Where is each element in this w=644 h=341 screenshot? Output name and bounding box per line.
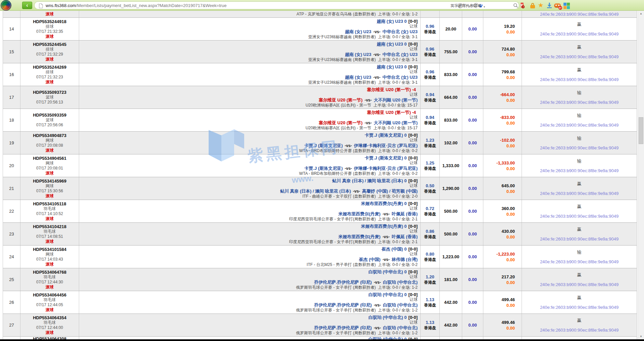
pick-score: [0-0] [409, 201, 418, 206]
result-cell: -664.00 0.00 [483, 86, 522, 109]
table-row: 14 HDP5535244918 排球 07/17 21:32:35 滚球 越南… [3, 18, 637, 41]
odds-cell: 0.96 香港盘 [421, 41, 440, 63]
result-cell: 645.00 0.00 [483, 177, 522, 200]
row-number: 15 [3, 41, 20, 63]
worldcup-ball-logo-icon [1, 0, 11, 11]
bet-type-label: 让球 [410, 92, 418, 97]
vertical-scrollbar[interactable]: ▲ ▼ [638, 11, 644, 339]
bet-type-label: 让球 [410, 320, 418, 325]
result-secondary-value: 0.00 [506, 302, 515, 308]
bet-type-label: 让球 [410, 206, 418, 211]
away-team: 白驭珀 (中华台北) [383, 280, 418, 285]
result-cell [483, 11, 522, 17]
result-cell: 19.20 0.00 [483, 18, 522, 40]
bet-amount: 664.00 [440, 86, 462, 109]
home-team: 越南 (女) U23 [345, 52, 371, 57]
result-cell: 499.46 0.00 [483, 291, 522, 314]
bet-id: HDP5534105118 [33, 201, 66, 206]
bet-id: HDP5534145969 [33, 179, 66, 184]
pick-score: [0-0] [409, 247, 418, 252]
lock-icon[interactable] [529, 2, 536, 9]
scroll-down-arrow-icon[interactable]: ▼ [638, 334, 644, 339]
back-button[interactable]: ‹ [22, 2, 32, 9]
bet-id: HDP5534904873 [33, 133, 66, 138]
row-number: 24 [3, 246, 20, 268]
bet-time: 07/17 14:10:52 [36, 211, 63, 216]
valid-amount-cell: 0.00 [462, 154, 483, 177]
favorites-star-icon[interactable]: ★ [537, 2, 544, 9]
valid-amount-cell: 0.00 [462, 18, 483, 40]
download-icon[interactable] [546, 2, 553, 9]
status-cell: 赢 240e:fe:2603:b900:90ec:8f8e:9e9a:9049 [522, 314, 637, 336]
odds-value: 1.23 [426, 138, 434, 143]
valid-amount-cell: 0.00 [462, 314, 483, 336]
bet-sport: 羽毛球 [44, 297, 56, 302]
bet-info-cell: HDP5534101584 网球 07/17 14:03:43 滚球 [20, 246, 79, 268]
outcome-label: 输 [577, 158, 582, 164]
bet-type-label: 让球 [410, 69, 418, 74]
home-team: 卡贾.J (斯洛文尼亚) [305, 143, 343, 148]
home-team: 塞尔维亚 U20 (第一节) [319, 120, 363, 125]
scroll-up-arrow-icon[interactable]: ▲ [638, 11, 644, 16]
ip-address: 240e:fe:2603:b900:90ec:8f8e:9e9a:9049 [540, 168, 619, 173]
bet-info-cell: HDP5535093723 篮球 07/17 20:56:13 [20, 86, 79, 109]
outcome-label: 赢 [577, 204, 582, 209]
bet-time: 07/17 21:32:35 [36, 29, 63, 34]
market-label: 香港盘 [424, 280, 436, 285]
valid-amount-value: 0.00 [468, 140, 477, 145]
valid-amount-cell: 0.00 [462, 246, 483, 268]
search-input[interactable]: 英孚教育外教吸毒 [450, 3, 481, 8]
league-line: 亚洲女子U23锦标赛越南 (局数获胜者) 上半场: 0-0 / 全场: 3-1 [308, 80, 418, 85]
away-team: 叶佩延 (香港) [392, 211, 418, 216]
url-text: wns.fts368.com/Member/Lists/payment_betL… [46, 3, 227, 8]
security-k-icon[interactable]: K! [521, 2, 527, 9]
league-line: 印度尼西亚羽毛球公开赛 - 女子单打(局数获胜者) 上半场: 0-0 / 全场:… [289, 217, 418, 222]
valid-amount-value: 0.00 [468, 254, 477, 259]
outcome-label: 输 [577, 136, 582, 141]
games-icon[interactable]: 9+ [554, 2, 561, 9]
pick-score: [0-0] [409, 19, 418, 24]
address-bar[interactable]: wns.fts368.com/Member/Lists/payment_betL… [34, 1, 519, 9]
bet-info-cell: HDP5534104218 羽毛球 07/17 14:08:51 滚球 [20, 223, 79, 245]
bet-sport: 羽毛球 [44, 320, 56, 325]
scrollbar-thumb[interactable] [639, 117, 643, 144]
outcome-label: 输 [577, 90, 582, 95]
live-badge: 滚球 [46, 194, 54, 199]
bet-info-cell: HDP5535244545 排球 07/17 21:32:29 滚球 [20, 41, 79, 63]
live-badge: 滚球 [46, 239, 54, 244]
status-cell: 赢 240e:fe:2603:b900:90ec:8f8e:9e9a:9049 [522, 291, 637, 314]
table-row: 27 HDP5534064354 羽毛球 07/17 12:44:00 滚球 白… [3, 314, 637, 337]
home-team: 越南 (女) U23 [345, 29, 371, 34]
valid-amount-cell: 0.00 [462, 109, 483, 131]
bet-time: 07/17 12:44:30 [36, 280, 63, 285]
table-row: 18 HDP5535093359 篮球 07/17 20:56:06 塞尔维亚 … [3, 109, 637, 132]
live-badge: 滚球 [46, 308, 54, 313]
vs-label: -vs- [365, 121, 372, 125]
league-line: 俄罗斯羽毛球公开赛 - 女子单打 (局数获胜者) 上半场: 0-0 / 全场: … [296, 285, 418, 290]
odds-cell: 0.72 香港盘 [421, 200, 440, 222]
outcome-label: 赢 [577, 227, 582, 232]
bet-info-cell: HDP5534904873 网球 07/17 20:08:08 滚球 [20, 132, 79, 154]
result-cell: 724.80 0.00 [483, 41, 522, 63]
ip-address: 240e:fe:2603:b900:90ec:8f8e:9e9a:9049 [540, 12, 619, 17]
outcome-label: 赢 [577, 67, 582, 73]
bet-type-label: 让球 [410, 274, 418, 279]
search-engine-caret-icon[interactable]: ▼ [483, 4, 486, 10]
apps-grid-icon[interactable] [564, 3, 570, 9]
table-row-partial-top: 滚球 ATP - 克罗地亚公开赛在乌马格 (盘数获胜者) 上半场: 0-0 / … [3, 11, 637, 18]
odds-cell: 0.86 香港盘 [421, 223, 440, 245]
away-team: 高馨妤 (中国) / 荀芳颖 (中国) [362, 189, 418, 194]
pick-score: [0-0] [409, 64, 418, 69]
home-team: 乔伊伦尼萨.乔伊伦尼萨 (印尼) [314, 325, 372, 330]
league-line: 亚洲女子U23锦标赛越南 (局数获胜者) 上半场: 0-0 / 全场: 3-1 [308, 35, 418, 40]
bet-time: 07/17 20:56:06 [36, 123, 63, 128]
away-team: 中华台北 (女) U23 [382, 29, 418, 34]
bet-type-label: 让球 [410, 138, 418, 143]
live-badge: 滚球 [46, 216, 54, 221]
search-magnifier-icon[interactable] [513, 3, 518, 8]
bet-amount: 500.00 [440, 223, 462, 245]
live-badge: 滚球 [46, 57, 54, 62]
odds-value: 1.13 [426, 320, 434, 325]
outcome-label: 输 [577, 250, 582, 255]
away-team: 大不列颠 U20 (第一节) [374, 97, 418, 103]
